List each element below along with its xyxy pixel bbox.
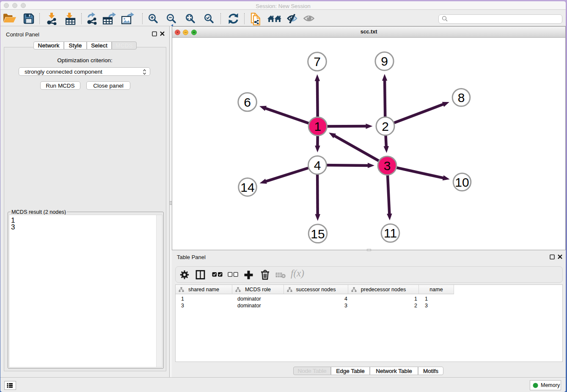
svg-text:10: 10 xyxy=(455,175,469,189)
svg-text:9: 9 xyxy=(381,54,388,68)
svg-text:11: 11 xyxy=(384,226,397,240)
svg-text:8: 8 xyxy=(458,91,465,105)
svg-text:4: 4 xyxy=(314,158,321,172)
svg-text:2: 2 xyxy=(382,119,389,133)
svg-text:14: 14 xyxy=(240,180,254,194)
svg-text:3: 3 xyxy=(384,159,391,173)
svg-text:6: 6 xyxy=(244,95,251,109)
svg-text:15: 15 xyxy=(311,227,325,241)
svg-text:1: 1 xyxy=(314,119,322,133)
svg-text:7: 7 xyxy=(314,55,321,69)
